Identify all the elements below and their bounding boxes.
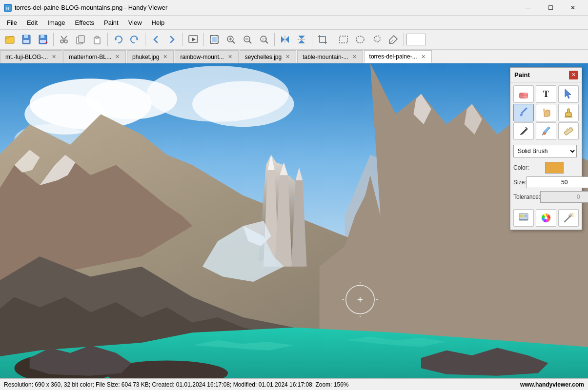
tolerance-input (540, 191, 588, 203)
tab-4[interactable]: seychelles.jpg ✕ (240, 50, 296, 63)
status-bar: Resolution: 690 x 360, 32 bit color; Fil… (0, 378, 588, 390)
flip-v-button[interactable] (294, 32, 309, 47)
paint-props: Color: Size: Tolerance: (510, 159, 582, 207)
menu-help[interactable]: Help (147, 17, 170, 28)
save-button[interactable] (19, 32, 34, 47)
maximize-button[interactable]: ☐ (539, 0, 562, 16)
color-picker-button[interactable] (385, 32, 401, 47)
svg-text:H: H (6, 6, 10, 11)
menu-paint[interactable]: Paint (99, 17, 123, 28)
paint-tools-grid: T (510, 82, 582, 143)
image-adjust-tool[interactable] (513, 209, 534, 227)
text-tool-label: T (543, 89, 549, 99)
ruler-tool[interactable] (558, 122, 579, 140)
tab-3[interactable]: rainbow-mount... ✕ (175, 50, 238, 63)
tab-2[interactable]: phuket.jpg ✕ (127, 50, 174, 63)
tab-5[interactable]: table-mountain-... ✕ (297, 50, 363, 63)
cut-button[interactable] (56, 32, 72, 47)
svg-marker-19 (192, 38, 196, 41)
tab-4-close[interactable]: ✕ (284, 53, 291, 60)
brush-tool[interactable] (513, 104, 534, 121)
save-as-button[interactable]: + (35, 32, 51, 47)
close-button[interactable]: ✕ (562, 0, 584, 16)
open-button[interactable] (2, 32, 18, 47)
forward-button[interactable] (164, 32, 180, 47)
toolbar: + (0, 29, 588, 50)
pointer-tool[interactable] (558, 85, 579, 103)
svg-rect-4 (24, 35, 28, 38)
svg-text:+: + (45, 40, 48, 45)
actual-size-button[interactable]: 1:1 (256, 32, 272, 47)
paint-panel: Paint ✕ T (510, 67, 582, 230)
rect-select-button[interactable] (336, 32, 351, 47)
ellipse-select-button[interactable] (352, 32, 368, 47)
window-title: torres-del-paine-BLOG-mountains.png - Ha… (15, 4, 167, 11)
zoom-in-button[interactable] (223, 32, 239, 47)
paint-panel-close-button[interactable]: ✕ (569, 71, 578, 79)
menu-effects[interactable]: Effects (70, 17, 100, 28)
tab-3-close[interactable]: ✕ (227, 53, 233, 60)
pen-tool[interactable] (513, 122, 534, 140)
tab-5-close[interactable]: ✕ (351, 53, 358, 60)
tab-2-close[interactable]: ✕ (162, 53, 168, 60)
svg-point-93 (544, 133, 546, 135)
fit-window-button[interactable] (206, 32, 222, 47)
svg-rect-5 (23, 40, 29, 43)
magic-wand-tool[interactable] (558, 209, 579, 227)
title-bar-left: H torres-del-paine-BLOG-mountains.png - … (4, 4, 167, 12)
svg-point-104 (545, 216, 547, 219)
separator-7 (312, 33, 312, 46)
svg-rect-90 (566, 113, 571, 117)
brush-select[interactable]: Solid Brush Spray Brush Pattern Brush (513, 145, 577, 157)
svg-point-47 (192, 81, 294, 127)
image-canvas[interactable] (0, 63, 588, 378)
eyedropper-tool[interactable] (536, 122, 556, 140)
tab-0-close[interactable]: ✕ (51, 53, 57, 60)
svg-rect-15 (96, 36, 99, 39)
copy-button[interactable] (73, 32, 88, 47)
eraser-tool[interactable] (513, 85, 534, 103)
text-tool[interactable]: T (536, 85, 556, 103)
svg-line-30 (266, 41, 268, 44)
svg-marker-85 (565, 89, 571, 98)
tab-6-close[interactable]: ✕ (420, 53, 426, 60)
tab-1-close[interactable]: ✕ (114, 53, 121, 60)
slideshow-button[interactable] (185, 32, 201, 47)
minimize-button[interactable]: — (517, 0, 539, 16)
tab-6[interactable]: torres-del-paine-... ✕ (364, 50, 432, 63)
stamp-tool[interactable] (558, 104, 579, 121)
brush-selector: Solid Brush Spray Brush Pattern Brush (513, 145, 579, 157)
menu-image[interactable]: Image (42, 17, 70, 28)
zoom-out-button[interactable] (240, 32, 255, 47)
svg-line-107 (572, 213, 573, 214)
svg-line-97 (568, 128, 568, 129)
paste-button[interactable] (89, 32, 105, 47)
tab-1[interactable]: matterhorn-BL... ✕ (63, 50, 126, 63)
crop-button[interactable] (315, 32, 330, 47)
size-label: Size: (513, 179, 527, 186)
menu-file[interactable]: File (2, 17, 22, 28)
color-swatch[interactable] (545, 162, 564, 174)
redo-button[interactable] (127, 32, 142, 47)
color-wheel-tool[interactable] (536, 209, 556, 227)
menu-view[interactable]: View (123, 17, 147, 28)
svg-rect-2 (5, 37, 14, 43)
tab-6-label: torres-del-paine-... (369, 53, 417, 60)
svg-text:1:1: 1:1 (262, 38, 267, 41)
svg-rect-7 (41, 35, 44, 38)
zoom-input[interactable]: 15 (406, 34, 426, 45)
size-input[interactable] (527, 176, 588, 188)
back-button[interactable] (148, 32, 163, 47)
paint-panel-header: Paint ✕ (510, 68, 582, 82)
window-controls: — ☐ ✕ (517, 0, 584, 16)
size-row: Size: (513, 176, 579, 189)
svg-rect-13 (79, 36, 84, 42)
tab-1-label: matterhorn-BL... (69, 54, 111, 60)
color-label: Color: (513, 164, 545, 171)
tab-0[interactable]: mt.-fuji-BLOG-... ✕ (0, 50, 62, 63)
flip-h-button[interactable] (277, 32, 293, 47)
lasso-button[interactable] (369, 32, 385, 47)
hand-tool[interactable] (536, 104, 556, 121)
undo-button[interactable] (110, 32, 126, 47)
menu-edit[interactable]: Edit (22, 17, 42, 28)
